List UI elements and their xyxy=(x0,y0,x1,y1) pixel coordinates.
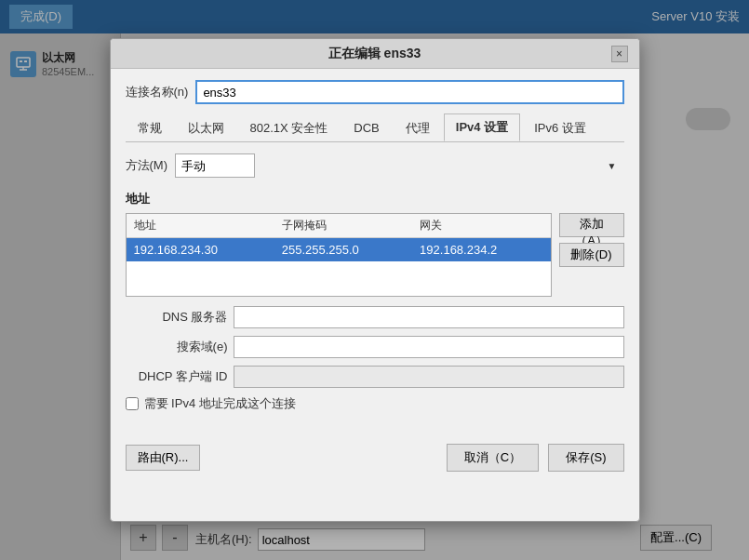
address-buttons: 添加（A） 删除(D) xyxy=(559,213,624,297)
ipv4-required-checkbox[interactable] xyxy=(126,397,139,410)
cell-address: 192.168.234.30 xyxy=(127,238,274,262)
tab-ipv6[interactable]: IPv6 设置 xyxy=(522,113,598,141)
dns-input[interactable] xyxy=(234,306,624,328)
dns-label: DNS 服务器 xyxy=(126,309,228,326)
cancel-button[interactable]: 取消（C） xyxy=(447,444,539,472)
dhcp-input xyxy=(234,366,624,388)
tab-proxy[interactable]: 代理 xyxy=(394,113,442,141)
dns-row: DNS 服务器 xyxy=(126,306,624,328)
tab-general[interactable]: 常规 xyxy=(126,113,174,141)
modal-overlay: 正在编辑 ens33 × 连接名称(n) 常规 以太网 802.1X 安全性 D… xyxy=(0,0,749,560)
col-gateway: 网关 xyxy=(412,214,550,238)
delete-address-button[interactable]: 删除(D) xyxy=(559,243,624,267)
method-select[interactable]: 自动(DHCP)手动仅本地链接禁用 xyxy=(175,153,255,178)
tabs-bar: 常规 以太网 802.1X 安全性 DCB 代理 IPv4 设置 IPv6 设置 xyxy=(126,113,624,142)
method-select-wrapper: 自动(DHCP)手动仅本地链接禁用 xyxy=(175,153,624,178)
search-row: 搜索域(e) xyxy=(126,336,624,358)
conn-name-input[interactable] xyxy=(195,80,623,104)
cell-gateway: 192.168.234.2 xyxy=(412,238,550,262)
dialog-body: 连接名称(n) 常规 以太网 802.1X 安全性 DCB 代理 IPv4 设置… xyxy=(111,69,639,431)
search-input[interactable] xyxy=(234,336,624,358)
tab-dcb[interactable]: DCB xyxy=(341,113,391,141)
conn-name-label: 连接名称(n) xyxy=(126,84,189,100)
add-address-button[interactable]: 添加（A） xyxy=(559,213,624,237)
col-address: 地址 xyxy=(127,214,274,238)
dialog-footer: 路由(R)... 取消（C） 保存(S) xyxy=(111,434,639,485)
col-netmask: 子网掩码 xyxy=(274,214,412,238)
tab-ethernet[interactable]: 以太网 xyxy=(176,113,236,141)
dhcp-row: DHCP 客户端 ID xyxy=(126,366,624,388)
save-button[interactable]: 保存(S) xyxy=(548,444,623,472)
conn-name-row: 连接名称(n) xyxy=(126,80,624,104)
search-label: 搜索域(e) xyxy=(126,339,228,355)
address-section-title: 地址 xyxy=(126,191,624,207)
address-table-container: 地址 子网掩码 网关 192.168.234.30 255.255.255.0 … xyxy=(126,213,552,297)
table-header-row: 地址 子网掩码 网关 xyxy=(127,214,551,238)
checkbox-label: 需要 IPv4 地址完成这个连接 xyxy=(144,395,296,412)
dialog-close-button[interactable]: × xyxy=(611,46,628,62)
tab-ipv4[interactable]: IPv4 设置 xyxy=(444,113,520,141)
address-table: 地址 子网掩码 网关 192.168.234.30 255.255.255.0 … xyxy=(127,214,551,261)
tab-8021x[interactable]: 802.1X 安全性 xyxy=(238,113,341,141)
cell-netmask: 255.255.255.0 xyxy=(274,238,412,262)
method-row: 方法(M) 自动(DHCP)手动仅本地链接禁用 xyxy=(126,153,624,178)
checkbox-row: 需要 IPv4 地址完成这个连接 xyxy=(126,395,624,412)
dialog-title: 正在编辑 ens33 xyxy=(139,46,611,62)
address-area: 地址 子网掩码 网关 192.168.234.30 255.255.255.0 … xyxy=(126,213,624,297)
edit-dialog: 正在编辑 ens33 × 连接名称(n) 常规 以太网 802.1X 安全性 D… xyxy=(110,38,640,522)
table-row[interactable]: 192.168.234.30 255.255.255.0 192.168.234… xyxy=(127,238,551,262)
dhcp-label: DHCP 客户端 ID xyxy=(126,368,228,385)
method-label: 方法(M) xyxy=(126,157,168,174)
route-button[interactable]: 路由(R)... xyxy=(126,445,201,471)
dialog-titlebar: 正在编辑 ens33 × xyxy=(111,39,639,69)
dialog-action-buttons: 取消（C） 保存(S) xyxy=(447,444,624,472)
